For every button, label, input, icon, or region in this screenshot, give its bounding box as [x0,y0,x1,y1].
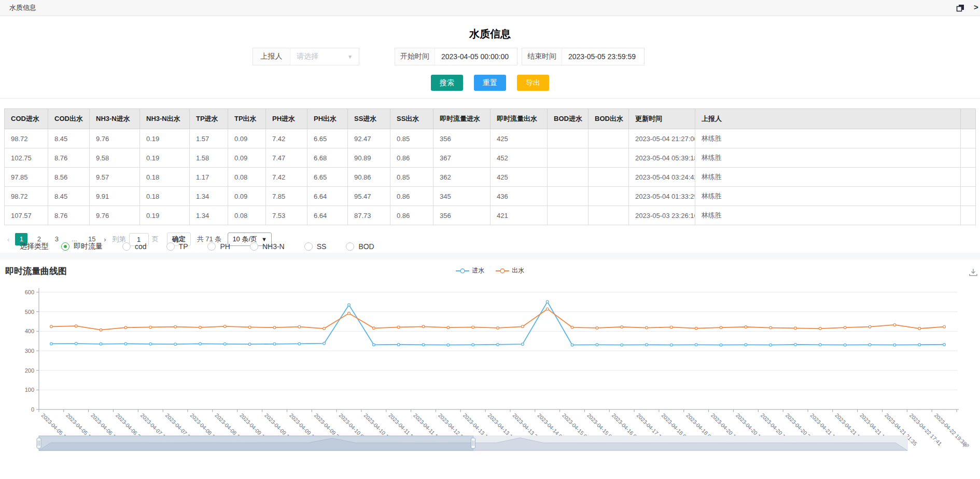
data-point[interactable] [273,343,276,345]
type-radio-cod[interactable]: cod [122,242,147,251]
data-point[interactable] [695,327,697,330]
data-point[interactable] [819,327,821,330]
data-point[interactable] [50,325,53,328]
data-point[interactable] [521,343,524,346]
data-point[interactable] [521,325,524,328]
slider-expand-icon[interactable]: »» [962,441,969,449]
data-point[interactable] [497,327,499,330]
data-point[interactable] [174,343,177,346]
data-point[interactable] [571,344,573,346]
data-point[interactable] [943,325,946,328]
data-point[interactable] [422,344,425,346]
data-point[interactable] [596,327,598,330]
data-point[interactable] [546,300,549,303]
legend-item-进水[interactable]: 进水 [456,266,484,275]
start-time-input[interactable]: 2023-04-05 00:00:00 [435,48,517,65]
data-point[interactable] [397,344,400,346]
data-point[interactable] [397,326,400,329]
data-point[interactable] [943,344,946,346]
data-point[interactable] [149,343,152,345]
data-point[interactable] [621,326,623,329]
data-point[interactable] [844,326,846,329]
data-point[interactable] [100,343,102,345]
data-point[interactable] [75,343,77,345]
table-row[interactable]: 107.578.769.760.191.340.087.536.6487.730… [5,206,976,225]
type-radio-BOD[interactable]: BOD [346,242,374,251]
table-row[interactable]: 102.758.769.580.191.580.097.476.6890.890… [5,148,976,168]
type-radio-TP[interactable]: TP [166,242,188,251]
data-point[interactable] [223,343,226,345]
type-radio-即时流量[interactable]: 即时流量 [61,242,103,251]
type-radio-PH[interactable]: PH [207,242,230,251]
data-point[interactable] [124,326,127,329]
prev-page-icon[interactable]: ‹ [4,236,12,243]
data-point[interactable] [447,344,450,346]
datazoom-handle-left[interactable] [37,438,41,448]
table-row[interactable]: 97.858.569.570.181.170.087.426.6590.860.… [5,168,976,187]
data-point[interactable] [769,326,772,329]
data-point[interactable] [769,344,772,346]
data-point[interactable] [646,344,648,346]
search-button[interactable]: 搜索 [431,75,463,91]
data-point[interactable] [844,344,846,346]
type-radio-SS[interactable]: SS [304,242,327,251]
datazoom-window[interactable] [39,436,473,450]
table-row[interactable]: 98.728.459.910.181.340.097.856.6495.470.… [5,187,976,206]
end-time-input[interactable]: 2023-05-05 23:59:59 [562,48,644,65]
data-point[interactable] [571,326,573,329]
data-point[interactable] [223,325,226,328]
data-point[interactable] [472,344,474,346]
data-point[interactable] [124,343,127,345]
data-point[interactable] [273,326,276,329]
data-point[interactable] [646,326,648,329]
data-point[interactable] [794,344,797,346]
type-radio-NH3-N[interactable]: NH3-N [250,242,285,251]
collapse-chevron-icon[interactable]: > [974,3,978,11]
data-point[interactable] [199,326,202,329]
data-point[interactable] [447,326,450,329]
data-point[interactable] [670,326,673,329]
data-point[interactable] [472,326,474,329]
data-point[interactable] [745,344,747,346]
data-point[interactable] [372,327,375,330]
data-point[interactable] [50,343,53,345]
restore-window-icon[interactable] [956,4,964,12]
data-point[interactable] [75,325,77,327]
table-row[interactable]: 98.728.459.760.191.570.097.426.6592.470.… [5,129,976,148]
data-point[interactable] [695,344,697,346]
data-point[interactable] [372,344,375,346]
data-point[interactable] [248,326,251,329]
reset-button[interactable]: 重置 [474,75,506,91]
legend-item-出水[interactable]: 出水 [496,266,524,275]
data-point[interactable] [298,325,301,328]
data-point[interactable] [323,327,326,330]
data-point[interactable] [100,329,102,331]
data-point[interactable] [918,327,921,330]
data-point[interactable] [918,344,921,346]
data-point[interactable] [199,343,202,345]
export-button[interactable]: 导出 [517,75,549,91]
data-point[interactable] [794,327,797,330]
data-point[interactable] [497,344,499,346]
data-point[interactable] [720,344,722,346]
data-point[interactable] [298,343,301,345]
data-point[interactable] [893,344,896,346]
data-point[interactable] [621,344,623,346]
data-point[interactable] [323,342,326,345]
data-point[interactable] [670,344,673,346]
download-chart-icon[interactable] [969,268,978,277]
data-point[interactable] [893,324,896,326]
data-point[interactable] [869,325,871,328]
data-point[interactable] [422,325,425,328]
data-point[interactable] [174,325,177,328]
data-point[interactable] [720,326,722,329]
data-point[interactable] [149,326,152,329]
data-point[interactable] [348,312,351,314]
data-point[interactable] [869,344,871,346]
data-point[interactable] [546,308,549,310]
data-point[interactable] [819,344,821,346]
datazoom-handle-right[interactable] [471,438,475,448]
data-point[interactable] [248,343,251,346]
reporter-select[interactable]: 请选择 ▼ [290,48,359,65]
data-point[interactable] [745,326,747,329]
